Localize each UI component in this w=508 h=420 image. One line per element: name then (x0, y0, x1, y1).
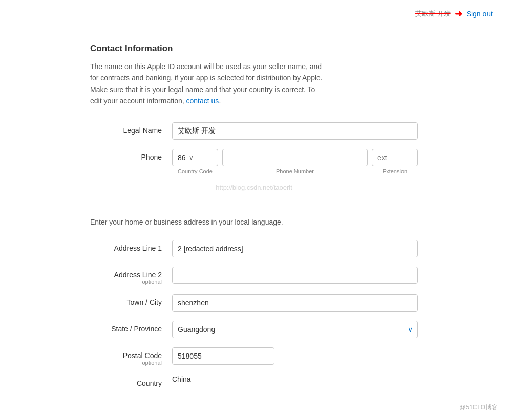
country-row: Country China (90, 375, 418, 387)
address-line2-label-stack: Address Line 2 optional (90, 267, 172, 285)
town-city-input[interactable] (172, 294, 418, 312)
phone-ext-input[interactable] (372, 149, 418, 166)
town-city-row: Town / City (90, 294, 418, 312)
section-title: Contact Information (90, 43, 418, 54)
address-line1-row: Address Line 1 (90, 240, 418, 257)
contact-us-link[interactable]: contact us (186, 97, 219, 105)
footer-watermark: @51CTO博客 (459, 403, 498, 412)
state-select-wrapper: Guangdong Beijing Shanghai Zhejiang ∨ (172, 321, 418, 338)
address-line2-sub: optional (142, 279, 162, 285)
country-chevron-icon: ∨ (189, 154, 194, 161)
state-province-field: Guangdong Beijing Shanghai Zhejiang ∨ (172, 321, 418, 338)
postal-code-label: Postal Code (123, 351, 162, 360)
arrow-icon: ➜ (455, 8, 462, 19)
state-province-label: State / Province (90, 321, 172, 333)
sign-out-button[interactable]: Sign out (467, 10, 493, 18)
address-description: Enter your home or business address in y… (90, 216, 326, 228)
legal-name-field (172, 122, 418, 140)
section-divider (90, 204, 418, 204)
country-code-sublabel: Country Code (172, 168, 218, 174)
address-line2-input[interactable] (172, 267, 418, 284)
country-value: China (172, 371, 191, 383)
phone-country-selector[interactable]: 86 ∨ (172, 149, 218, 166)
country-code-display: 86 (178, 153, 186, 162)
postal-code-field (172, 347, 418, 365)
address-line2-row: Address Line 2 optional (90, 267, 418, 285)
postal-code-row: Postal Code optional (90, 347, 418, 366)
phone-row: Phone 86 ∨ Country Code Phone Number Ext… (90, 149, 418, 174)
description-period: . (219, 97, 221, 105)
phone-sublabels: Country Code Phone Number Extension (172, 168, 418, 174)
phone-field: 86 ∨ Country Code Phone Number Extension (172, 149, 418, 174)
town-city-label: Town / City (90, 294, 172, 306)
address-line2-label: Address Line 2 (114, 271, 162, 279)
address-line2-field (172, 267, 418, 284)
town-city-field (172, 294, 418, 312)
state-province-select[interactable]: Guangdong Beijing Shanghai Zhejiang (172, 321, 418, 338)
postal-code-label-stack: Postal Code optional (90, 347, 172, 366)
country-label: Country (90, 375, 172, 387)
section-description: The name on this Apple ID account will b… (90, 61, 326, 107)
username-display: 艾欧斯 开发 (415, 9, 451, 18)
legal-name-row: Legal Name (90, 122, 418, 140)
postal-code-sub: optional (142, 360, 162, 366)
phone-number-sublabel: Phone Number (222, 168, 368, 174)
address-line1-label: Address Line 1 (90, 240, 172, 252)
legal-name-label: Legal Name (90, 122, 172, 135)
country-field: China (172, 375, 418, 383)
address-line1-input[interactable] (172, 240, 418, 257)
state-province-row: State / Province Guangdong Beijing Shang… (90, 321, 418, 338)
phone-number-input[interactable] (222, 149, 368, 166)
phone-inputs-row: 86 ∨ (172, 149, 418, 166)
phone-label: Phone (90, 149, 172, 161)
postal-code-input[interactable] (172, 347, 274, 365)
user-area: 艾欧斯 开发 ➜ Sign out (415, 8, 493, 19)
address-line1-field (172, 240, 418, 257)
main-content: Contact Information The name on this App… (70, 28, 438, 412)
header: 艾欧斯 开发 ➜ Sign out (0, 0, 508, 28)
legal-name-input[interactable] (172, 122, 418, 140)
extension-sublabel: Extension (372, 168, 418, 174)
watermark: http://blog.csdn.net/taoerit (90, 184, 418, 191)
